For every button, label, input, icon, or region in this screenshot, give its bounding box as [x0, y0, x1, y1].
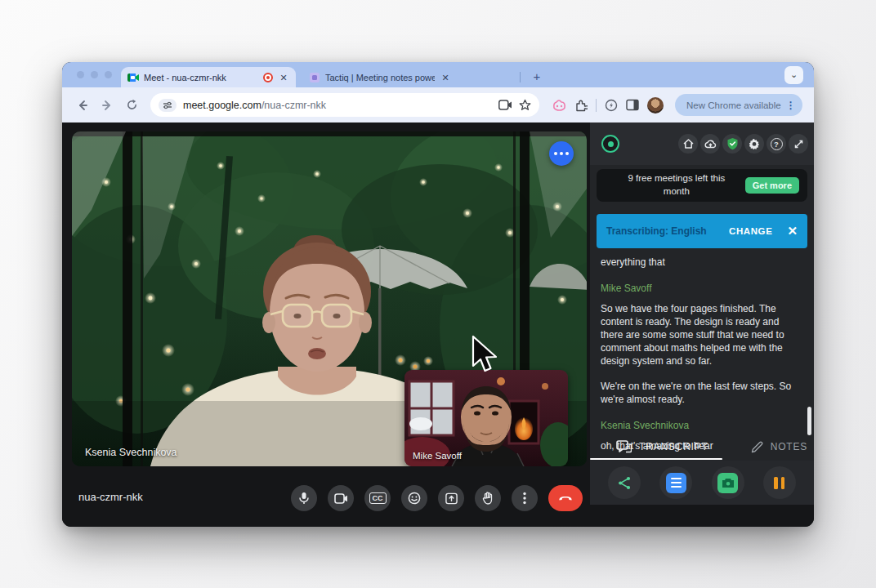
url-text[interactable]: meet.google.com/nua-czmr-nkk	[183, 100, 492, 111]
transcript-speaker: Mike Savoff	[601, 282, 801, 295]
present-button[interactable]	[438, 485, 464, 511]
battery-saver-icon[interactable]	[605, 99, 618, 112]
meet-favicon-icon	[127, 72, 139, 83]
tactiq-logo-icon[interactable]	[601, 135, 619, 153]
meet-stage: Ksenia Svechnikova	[62, 122, 590, 527]
extensions-puzzle-icon[interactable]	[574, 99, 588, 112]
screenshot-camera-icon	[717, 473, 738, 493]
notes-pencil-icon	[751, 441, 763, 453]
screenshot-button[interactable]	[712, 466, 744, 499]
raise-hand-icon	[482, 492, 494, 505]
tab-search-chevron-icon[interactable]: ⌄	[784, 66, 803, 84]
tactiq-sidebar: ? 9 free meetings left this month Get mo…	[590, 122, 814, 505]
side-panel-icon[interactable]	[626, 99, 639, 111]
help-button[interactable]: ?	[766, 134, 786, 154]
sidebar-tabs: TRANSCRIPT NOTES	[590, 434, 814, 459]
reactions-button[interactable]	[401, 485, 427, 511]
main-participant-name: Ksenia Svechnikova	[85, 447, 177, 458]
transcript-speaker: Ksenia Svechnikova	[601, 419, 801, 432]
tactiq-header-icons: ?	[678, 134, 808, 154]
meeting-code: nua-czmr-nkk	[78, 491, 143, 503]
raise-hand-button[interactable]	[475, 485, 501, 511]
shield-check-icon	[726, 137, 739, 150]
toolbar-divider	[596, 99, 597, 112]
gear-icon	[749, 138, 760, 149]
share-button[interactable]	[608, 466, 641, 499]
end-call-icon	[558, 495, 573, 501]
tab-transcript[interactable]: TRANSCRIPT	[616, 440, 708, 453]
pause-icon	[774, 477, 784, 489]
main-video-tile[interactable]: Ksenia Svechnikova	[72, 131, 587, 466]
active-tab-underline	[590, 458, 722, 460]
change-language-button[interactable]: CHANGE	[729, 226, 772, 236]
new-tab-button[interactable]: +	[528, 68, 546, 86]
transcript-text: We're on the we're on the last few steps…	[601, 380, 801, 406]
tab-meet-close-icon[interactable]: ✕	[278, 72, 289, 83]
camera-in-use-icon[interactable]	[498, 100, 512, 110]
home-button[interactable]	[678, 134, 698, 154]
tab-tactiq-close-icon[interactable]: ✕	[440, 72, 451, 83]
sidebar-actions	[590, 461, 814, 505]
transcript-scrollbar[interactable]	[807, 407, 811, 435]
bookmark-star-icon[interactable]	[519, 99, 531, 111]
profile-avatar[interactable]	[647, 97, 664, 114]
cloud-upload-icon	[704, 139, 717, 149]
captions-button[interactable]: CC	[364, 485, 391, 511]
end-call-button[interactable]	[548, 485, 583, 511]
transcribing-banner: Transcribing: English CHANGE ✕	[597, 214, 807, 248]
emoji-smile-icon	[408, 492, 421, 505]
tab-divider	[520, 72, 521, 82]
reload-icon	[126, 99, 138, 111]
chat-ellipsis-badge[interactable]	[549, 141, 574, 166]
tab-meet[interactable]: Meet - nua-czmr-nkk ✕	[121, 67, 296, 87]
tab-notes[interactable]: NOTES	[751, 441, 807, 453]
resize-diagonal-icon	[793, 139, 804, 149]
back-icon	[76, 99, 89, 112]
forward-button[interactable]	[96, 95, 118, 116]
back-button[interactable]	[72, 95, 93, 116]
collapse-panel-button[interactable]	[789, 134, 808, 154]
window-controls[interactable]	[77, 71, 112, 78]
reload-button[interactable]	[121, 95, 142, 116]
pip-video-tile[interactable]: Mike Savoff	[404, 370, 568, 466]
tab-tactiq-title: Tactiq | Meeting notes powe	[325, 73, 435, 82]
meet-controls: CC	[291, 485, 583, 511]
microphone-icon	[298, 492, 310, 505]
chrome-update-pill[interactable]: New Chrome available ⋮	[675, 94, 802, 116]
more-options-button[interactable]	[512, 485, 538, 511]
forward-icon	[101, 99, 114, 112]
transcript-text: everything that	[601, 256, 801, 269]
more-vert-icon	[523, 492, 526, 505]
pause-transcription-button[interactable]	[763, 466, 796, 499]
meet-page: Ksenia Svechnikova	[62, 122, 814, 527]
free-meetings-box: 9 free meetings left this month Get more	[597, 169, 807, 202]
chrome-update-label: New Chrome available	[686, 100, 781, 110]
camera-button[interactable]	[328, 485, 354, 511]
tab-tactiq[interactable]: Tactiq | Meeting notes powe ✕	[302, 67, 458, 87]
cloud-upload-button[interactable]	[700, 134, 720, 154]
tab-strip: Meet - nua-czmr-nkk ✕ Tactiq | Meeting n…	[62, 62, 814, 87]
settings-button[interactable]	[744, 134, 764, 154]
site-settings-icon[interactable]	[159, 99, 177, 112]
browser-toolbar: meet.google.com/nua-czmr-nkk New Chrome …	[62, 87, 814, 122]
privacy-shield-button[interactable]	[722, 134, 742, 154]
extension-icons	[552, 97, 664, 114]
captions-icon: CC	[369, 492, 387, 504]
export-to-docs-button[interactable]	[659, 466, 692, 499]
transcript-chat-icon	[616, 440, 632, 453]
banner-close-icon[interactable]: ✕	[787, 224, 798, 238]
microphone-button[interactable]	[291, 485, 317, 511]
get-more-button[interactable]: Get more	[745, 177, 799, 194]
tactiq-favicon-icon	[309, 72, 320, 83]
desktop: Meet - nua-czmr-nkk ✕ Tactiq | Meeting n…	[0, 0, 876, 588]
transcript-panel[interactable]: everything that Mike Savoff So we have t…	[601, 256, 801, 452]
present-screen-icon	[445, 492, 458, 505]
tab-transcript-label: TRANSCRIPT	[639, 441, 708, 452]
chrome-menu-kebab-icon[interactable]: ⋮	[786, 100, 796, 111]
tab-notes-label: NOTES	[771, 441, 807, 452]
meet-control-bar: nua-czmr-nkk CC	[62, 466, 590, 527]
share-icon	[618, 476, 632, 490]
tactiq-extension-icon[interactable]	[552, 99, 566, 111]
transcript-text: So we have the four pages finished. The …	[601, 302, 801, 368]
url-bar[interactable]: meet.google.com/nua-czmr-nkk	[150, 93, 539, 117]
